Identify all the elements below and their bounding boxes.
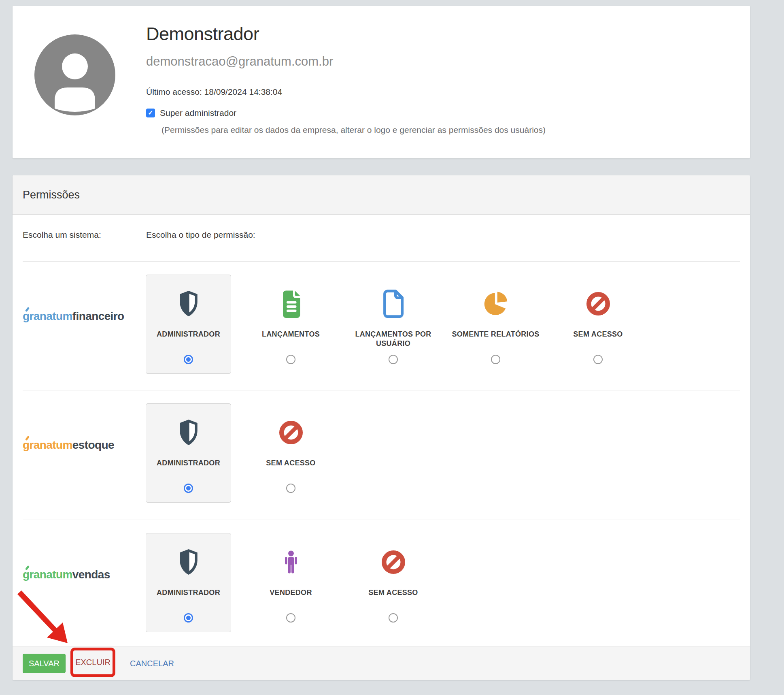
system-row-vendas: granatumvendas ADMINISTRADOR VENDEDOR SE… <box>13 520 750 646</box>
option-sem-acesso[interactable]: SEM ACESSO <box>240 390 342 520</box>
permissions-panel: Permissões Escolha um sistema: Escolha o… <box>13 175 750 680</box>
radio-vendedor[interactable] <box>286 613 295 623</box>
user-profile-card: Demonstrador demonstracao@granatum.com.b… <box>13 6 750 158</box>
option-lancamentos-por-usuario[interactable]: LANÇAMENTOS POR USUÁRIO <box>342 261 444 390</box>
granatum-estoque-logo: granatumestoque <box>23 439 114 452</box>
avatar <box>34 34 115 115</box>
shield-admin-icon <box>177 549 200 575</box>
option-label: VENDEDOR <box>244 588 338 612</box>
option-label: ADMINISTRADOR <box>141 458 236 482</box>
user-avatar-icon <box>34 34 115 115</box>
radio-lancamentos-por-usuario[interactable] <box>389 355 398 364</box>
radio-sem-acesso[interactable] <box>286 484 295 493</box>
last-access: Último acesso: 18/09/2024 14:38:04 <box>146 87 282 97</box>
actions-footer: SALVAR EXCLUIR CANCELAR <box>13 646 750 680</box>
save-button[interactable]: SALVAR <box>23 654 66 673</box>
product-text: estoque <box>72 439 114 451</box>
brand-text: granatum <box>23 439 72 452</box>
option-label: SEM ACESSO <box>346 588 440 612</box>
option-label: SEM ACESSO <box>551 330 645 353</box>
radio-sem-acesso[interactable] <box>389 613 398 623</box>
brand-text: granatum <box>23 568 72 581</box>
option-label: LANÇAMENTOS <box>244 330 338 353</box>
option-somente-relatorios[interactable]: SOMENTE RELATÓRIOS <box>444 261 547 390</box>
page: Demonstrador demonstracao@granatum.com.b… <box>0 0 784 695</box>
option-label: LANÇAMENTOS POR USUÁRIO <box>346 330 440 353</box>
option-label: SOMENTE RELATÓRIOS <box>448 330 543 353</box>
cancel-link[interactable]: CANCELAR <box>130 646 174 680</box>
radio-somente-relatorios[interactable] <box>491 355 500 364</box>
red-highlight-box: EXCLUIR <box>70 648 115 677</box>
radio-sem-acesso[interactable] <box>593 355 603 364</box>
super-admin-checkbox[interactable]: ✓ <box>146 109 155 117</box>
granatum-vendas-logo: granatumvendas <box>23 568 110 581</box>
option-vendedor[interactable]: VENDEDOR <box>240 520 342 646</box>
choose-permission-label: Escolha o tipo de permissão: <box>146 230 255 240</box>
option-administrador[interactable]: ADMINISTRADOR <box>137 520 240 646</box>
document-outline-blue-icon <box>381 291 406 317</box>
radio-administrador[interactable] <box>184 484 193 493</box>
no-access-icon <box>586 291 610 317</box>
shield-admin-icon <box>177 420 200 446</box>
system-row-estoque: granatumestoque ADMINISTRADOR SEM ACESSO <box>13 390 750 520</box>
radio-lancamentos[interactable] <box>286 355 295 364</box>
radio-administrador[interactable] <box>184 613 193 623</box>
shield-admin-icon <box>177 291 200 317</box>
no-access-icon <box>381 549 406 575</box>
no-access-icon <box>279 420 303 446</box>
product-text: vendas <box>72 568 110 581</box>
document-filled-green-icon <box>278 291 304 317</box>
option-label: SEM ACESSO <box>244 458 338 482</box>
radio-administrador[interactable] <box>184 355 193 364</box>
option-label: ADMINISTRADOR <box>141 330 236 353</box>
pie-chart-orange-icon <box>482 291 509 317</box>
super-admin-note: (Permissões para editar os dados da empr… <box>161 125 546 135</box>
system-row-financeiro: granatumfinanceiro ADMINISTRADOR LANÇAME… <box>13 261 750 390</box>
delete-button[interactable]: EXCLUIR <box>75 658 110 667</box>
choose-system-label: Escolha um sistema: <box>23 230 101 240</box>
option-lancamentos[interactable]: LANÇAMENTOS <box>240 261 342 390</box>
page-title: Demonstrador <box>146 23 259 45</box>
brand-text: granatum <box>23 310 72 323</box>
user-email: demonstracao@granatum.com.br <box>146 54 333 69</box>
option-administrador[interactable]: ADMINISTRADOR <box>137 390 240 520</box>
product-text: financeiro <box>72 310 124 322</box>
super-admin-label: Super administrador <box>160 108 236 118</box>
option-sem-acesso[interactable]: SEM ACESSO <box>342 520 444 646</box>
option-sem-acesso[interactable]: SEM ACESSO <box>547 261 649 390</box>
option-label: ADMINISTRADOR <box>141 588 236 612</box>
option-administrador[interactable]: ADMINISTRADOR <box>137 261 240 390</box>
person-purple-icon <box>281 549 301 575</box>
granatum-financeiro-logo: granatumfinanceiro <box>23 310 124 323</box>
permissions-header: Permissões <box>13 175 750 215</box>
